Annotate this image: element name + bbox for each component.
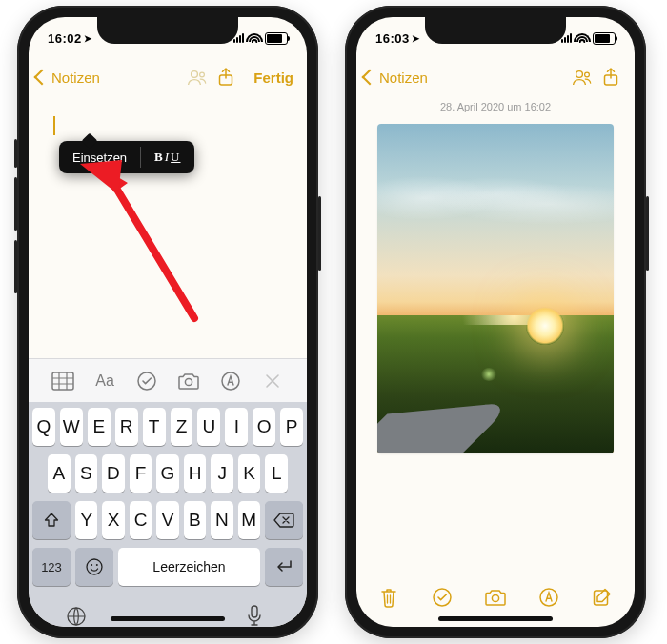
share-icon[interactable] <box>217 68 242 87</box>
phone-left: 16:02➤ Notizen <box>17 6 318 638</box>
key-v[interactable]: V <box>156 501 178 539</box>
key-space[interactable]: Leerzeichen <box>118 548 260 586</box>
key-o[interactable]: O <box>253 408 275 446</box>
key-backspace[interactable] <box>265 501 303 539</box>
back-label: Notizen <box>379 70 428 86</box>
key-shift[interactable] <box>32 501 71 539</box>
status-time-text: 16:02 <box>48 31 82 46</box>
home-indicator[interactable] <box>111 616 225 621</box>
key-e[interactable]: E <box>88 408 111 446</box>
back-button[interactable]: Notizen <box>36 70 100 86</box>
location-icon: ➤ <box>84 33 92 44</box>
wifi-icon <box>248 33 261 44</box>
format-menu-item[interactable]: B I U <box>141 141 193 173</box>
bottom-toolbar <box>356 575 635 619</box>
wifi-icon <box>576 33 589 44</box>
nav-bar: Notizen <box>356 59 635 95</box>
bold-icon: B <box>154 150 164 165</box>
key-r[interactable]: R <box>115 408 138 446</box>
key-z[interactable]: Z <box>171 408 193 446</box>
svg-rect-3 <box>52 372 73 390</box>
key-emoji[interactable] <box>75 548 113 586</box>
trash-icon[interactable] <box>377 586 400 609</box>
camera-icon[interactable] <box>484 586 507 609</box>
status-time: 16:03➤ <box>375 31 419 46</box>
key-g[interactable]: G <box>156 454 179 493</box>
svg-point-15 <box>576 71 583 78</box>
key-t[interactable]: T <box>143 408 166 446</box>
signal-icon <box>561 33 572 43</box>
share-icon[interactable] <box>602 68 627 87</box>
table-icon[interactable] <box>51 369 75 393</box>
home-indicator[interactable] <box>438 616 553 621</box>
key-x[interactable]: X <box>102 501 124 539</box>
key-q[interactable]: Q <box>32 408 55 446</box>
key-b[interactable]: B <box>184 501 206 539</box>
key-y[interactable]: Y <box>75 501 97 539</box>
svg-point-7 <box>87 559 102 574</box>
status-bar: 16:03➤ <box>356 17 635 59</box>
key-c[interactable]: C <box>130 501 152 539</box>
svg-point-16 <box>585 72 590 77</box>
textformat-icon[interactable]: Aa <box>92 369 117 393</box>
checklist-icon[interactable] <box>431 586 454 609</box>
paste-label: Einsetzen <box>72 151 127 165</box>
note-photo[interactable] <box>377 124 614 453</box>
key-d[interactable]: D <box>102 454 125 493</box>
close-toolbar-icon[interactable] <box>260 369 285 393</box>
battery-icon <box>265 32 288 45</box>
battery-icon <box>593 32 616 45</box>
back-button[interactable]: Notizen <box>364 70 428 86</box>
key-j[interactable]: J <box>211 454 233 493</box>
note-timestamp: 28. April 2020 um 16:02 <box>356 95 635 112</box>
svg-point-5 <box>185 378 192 385</box>
status-time: 16:02➤ <box>48 31 91 46</box>
key-a[interactable]: A <box>48 454 71 493</box>
key-l[interactable]: L <box>265 454 288 493</box>
svg-point-4 <box>138 372 155 390</box>
phone-right: 16:03➤ Notizen <box>345 6 646 638</box>
underline-icon: U <box>171 150 180 165</box>
back-label: Notizen <box>51 70 100 86</box>
checklist-icon[interactable] <box>134 369 159 393</box>
key-i[interactable]: I <box>225 408 248 446</box>
key-f[interactable]: F <box>130 454 152 493</box>
key-m[interactable]: M <box>238 501 260 539</box>
key-row-4: 123 Leerzeichen <box>32 548 303 586</box>
key-k[interactable]: K <box>238 454 261 493</box>
markup-icon[interactable] <box>537 586 560 609</box>
svg-rect-11 <box>252 606 257 617</box>
key-h[interactable]: H <box>184 454 207 493</box>
status-bar: 16:02➤ <box>29 17 307 59</box>
status-time-text: 16:03 <box>375 31 410 46</box>
globe-icon[interactable] <box>65 605 90 627</box>
location-icon: ➤ <box>412 33 420 44</box>
screen-left: 16:02➤ Notizen <box>29 17 307 627</box>
key-n[interactable]: N <box>211 501 232 539</box>
collaborate-icon[interactable] <box>572 69 596 86</box>
keyboard-toolbar: Aa <box>29 358 307 403</box>
markup-icon[interactable] <box>218 369 243 393</box>
key-123[interactable]: 123 <box>32 548 71 586</box>
key-return[interactable] <box>265 548 303 586</box>
svg-point-18 <box>434 589 451 606</box>
italic-icon: I <box>165 150 170 165</box>
key-row-1: Q W E R T Z U I O P <box>32 408 303 446</box>
key-w[interactable]: W <box>60 408 83 446</box>
sun-icon <box>526 307 564 345</box>
chevron-left-icon <box>362 70 378 86</box>
done-button[interactable]: Fertig <box>253 70 293 86</box>
svg-point-1 <box>200 72 205 77</box>
key-row-3: Y X C V B N M <box>32 501 303 539</box>
key-p[interactable]: P <box>280 408 303 446</box>
compose-icon[interactable] <box>591 586 614 609</box>
keyboard-bottom <box>32 592 303 627</box>
key-s[interactable]: S <box>75 454 98 493</box>
dictation-icon[interactable] <box>246 605 271 627</box>
camera-icon[interactable] <box>176 369 201 393</box>
collaborate-icon[interactable] <box>187 69 212 86</box>
key-u[interactable]: U <box>197 408 220 446</box>
paste-menu-item[interactable]: Einsetzen <box>59 141 140 173</box>
svg-point-9 <box>96 564 98 566</box>
text-cursor <box>53 116 55 135</box>
